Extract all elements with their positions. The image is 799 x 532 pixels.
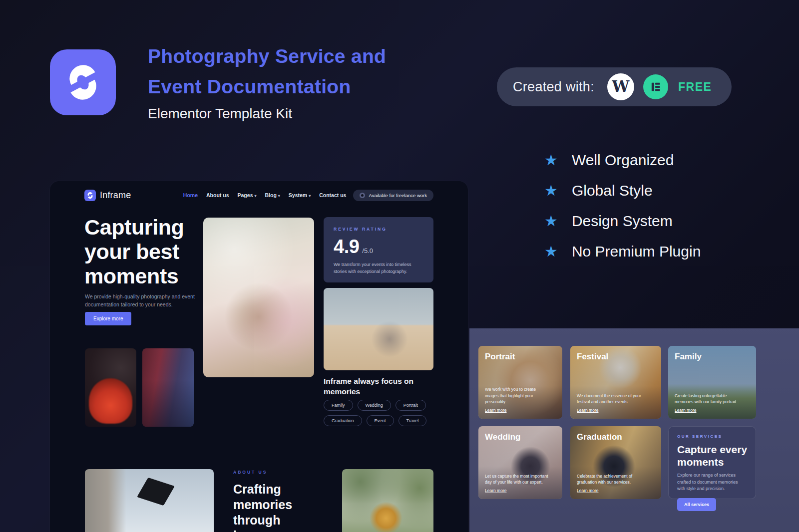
- learn-more-link[interactable]: Learn more: [577, 408, 655, 413]
- about-label: ABOUT US: [233, 470, 267, 475]
- photo-beach-family: [324, 288, 433, 370]
- freelance-availability-label: Available for freelance work: [369, 193, 427, 198]
- freelance-availability-button[interactable]: Available for freelance work: [353, 190, 433, 201]
- feature-label: Design System: [572, 213, 673, 230]
- services-panel: Portrait We work with you to create imag…: [469, 328, 799, 532]
- nav-item-home[interactable]: Home: [183, 192, 198, 198]
- service-card-description: We document the essence of your festival…: [577, 393, 649, 406]
- feature-item: ★ Well Organized: [544, 145, 701, 175]
- page-title-line1: Photography Service and: [148, 41, 386, 71]
- chevron-down-icon: [277, 192, 280, 198]
- wordpress-w-glyph: W: [612, 79, 630, 94]
- photo-couple-blossom: [203, 218, 314, 377]
- service-card-title: Graduation: [577, 432, 655, 442]
- our-services-label: OUR SERVICES: [677, 434, 747, 439]
- feature-item: ★ No Premium Plugin: [544, 236, 701, 266]
- tag-pill-portrait[interactable]: Portrait: [396, 400, 426, 411]
- learn-more-link[interactable]: Learn more: [577, 488, 655, 493]
- service-card-title: Family: [675, 352, 750, 362]
- review-scale: /5.0: [362, 247, 373, 255]
- service-card-wedding: Wedding Let us capture the most importan…: [478, 426, 562, 499]
- site-preview: Inframe Home About us Pages Blog System …: [50, 181, 468, 532]
- brand-logo-icon: [84, 190, 96, 201]
- about-heading: Crafting memories through lenses: [233, 482, 321, 532]
- elementor-icon: [643, 74, 668, 99]
- created-with-label: Created with:: [513, 79, 594, 95]
- service-card-title: Portrait: [485, 352, 556, 362]
- photo-graduation-cap: [85, 469, 214, 532]
- explore-more-button[interactable]: Explore more: [85, 312, 131, 325]
- tag-pill-travel[interactable]: Travel: [399, 415, 427, 426]
- service-card-festival: Festival We document the essence of your…: [570, 346, 661, 419]
- service-card-graduation: Graduation Celebrate the achievement of …: [570, 426, 661, 499]
- service-card-description: We work with you to create images that h…: [485, 386, 550, 405]
- service-card-title: Wedding: [485, 432, 556, 442]
- photo-concert: [142, 348, 194, 427]
- photo-fan-performer: [85, 348, 136, 427]
- page-title-line2: Event Documentation: [148, 71, 386, 102]
- feature-list: ★ Well Organized ★ Global Style ★ Design…: [544, 145, 701, 266]
- page-title: Photography Service and Event Documentat…: [148, 41, 386, 102]
- free-badge: FREE: [678, 80, 712, 94]
- star-icon: ★: [544, 153, 558, 168]
- eye-shutter-icon: [63, 62, 103, 102]
- page-subtitle: Elementor Template Kit: [148, 106, 292, 122]
- feature-label: Global Style: [572, 182, 653, 199]
- service-card-portrait: Portrait We work with you to create imag…: [478, 346, 562, 419]
- chevron-down-icon: [253, 192, 256, 198]
- site-brand[interactable]: Inframe: [84, 190, 131, 201]
- feature-item: ★ Design System: [544, 206, 701, 236]
- nav-item-blog[interactable]: Blog: [265, 192, 280, 198]
- star-icon: ★: [544, 214, 558, 229]
- services-heading: Capture every moments: [677, 443, 750, 468]
- site-navbar: Inframe Home About us Pages Blog System …: [50, 188, 468, 203]
- service-card-description: Let us capture the most important day of…: [485, 473, 550, 486]
- star-icon: ★: [544, 244, 558, 259]
- hero-heading: Capturing your best moments: [84, 215, 189, 288]
- feature-item: ★ Global Style: [544, 175, 701, 206]
- nav-item-about[interactable]: About us: [206, 192, 229, 198]
- nav-item-pages[interactable]: Pages: [238, 192, 257, 198]
- nav-item-contact[interactable]: Contact us: [319, 192, 346, 198]
- feature-label: No Premium Plugin: [572, 243, 701, 260]
- all-services-button[interactable]: All services: [677, 498, 716, 511]
- photo-thai-dancer: [342, 469, 433, 532]
- service-card-description: Celebrate the achievement of graduation …: [577, 473, 649, 486]
- learn-more-link[interactable]: Learn more: [675, 408, 750, 413]
- tag-list: Family Wedding Portrait Graduation Event…: [324, 400, 443, 426]
- promo-page: Photography Service and Event Documentat…: [0, 0, 799, 532]
- nav-item-system[interactable]: System: [289, 192, 311, 198]
- review-score: 4.9: [334, 236, 359, 258]
- star-icon: ★: [544, 183, 558, 198]
- tag-pill-family[interactable]: Family: [324, 400, 353, 411]
- review-rating-card: REVIEW RATING 4.9 /5.0 We transform your…: [324, 217, 433, 282]
- tag-pill-event[interactable]: Event: [367, 415, 394, 426]
- feature-label: Well Organized: [572, 152, 674, 169]
- services-description: Explore our range of services crafted to…: [677, 472, 747, 493]
- tag-pill-graduation[interactable]: Graduation: [324, 415, 362, 426]
- kit-logo-icon: [50, 49, 116, 115]
- wordpress-icon: W: [607, 73, 634, 100]
- focus-heading: Inframe always focus on memories: [324, 376, 433, 397]
- tag-pill-wedding[interactable]: Wedding: [358, 400, 391, 411]
- service-card-title: Festival: [577, 352, 655, 362]
- learn-more-link[interactable]: Learn more: [485, 488, 556, 493]
- review-description: We transform your events into timeless s…: [334, 262, 423, 275]
- created-with-pill: Created with: W FREE: [497, 67, 732, 106]
- site-menu: Home About us Pages Blog System Contact …: [183, 192, 347, 198]
- brand-name: Inframe: [100, 190, 131, 201]
- service-card-family: Family Create lasting unforgettable memo…: [668, 346, 756, 419]
- chevron-down-icon: [307, 192, 311, 198]
- status-dot-icon: [360, 193, 365, 198]
- learn-more-link[interactable]: Learn more: [485, 408, 556, 413]
- service-card-description: Create lasting unforgettable memories wi…: [675, 393, 744, 406]
- services-highlight-card: OUR SERVICES Capture every moments Explo…: [668, 426, 756, 499]
- hero-description: We provide high-quality photography and …: [85, 292, 207, 309]
- review-label: REVIEW RATING: [334, 227, 423, 232]
